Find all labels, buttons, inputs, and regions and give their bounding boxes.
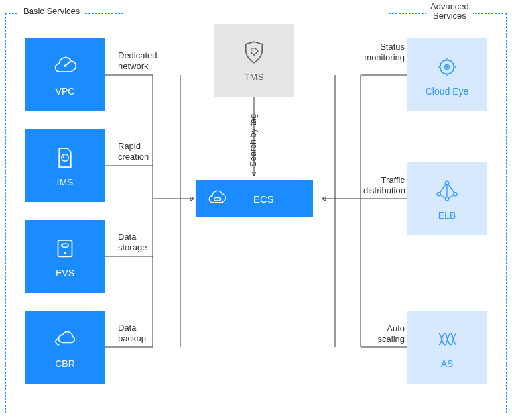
diagram-canvas: Basic Services AdvancedServices VPC Dedi… [0,0,512,420]
elb-card: ELB [407,162,487,235]
ims-label: IMS [57,177,74,187]
elb-label: ELB [438,210,456,221]
svg-point-36 [437,193,440,196]
cloud-network-icon [51,53,79,81]
evs-card: EVS [25,220,105,293]
cbr-edge-label: Databackup [118,323,146,344]
as-card: AS [407,311,487,384]
as-edge-label: Autoscaling [363,323,405,345]
tag-shield-icon [240,38,268,66]
cloudeye-card: Cloud Eye [407,38,487,111]
autoscaling-icon [433,325,461,353]
as-label: AS [441,358,454,369]
svg-rect-18 [58,240,72,257]
svg-point-22 [219,199,220,199]
tms-label: TMS [244,72,264,82]
ecs-node: ECS [196,180,313,217]
svg-point-20 [252,49,253,50]
vpc-label: VPC [56,86,75,97]
svg-point-38 [445,197,448,201]
load-balancer-icon [433,177,461,205]
ims-card: IMS [25,129,105,202]
svg-point-35 [445,181,448,184]
cloud-server-icon [206,187,228,210]
vpc-card: VPC [25,38,105,111]
svg-point-19 [64,252,66,254]
cbr-label: CBR [55,358,75,369]
image-file-icon [51,144,79,172]
evs-label: EVS [56,268,74,278]
advanced-services-title: AdvancedServices [426,2,473,21]
vpc-edge-label: Dedicatednetwork [118,50,157,72]
tms-card: TMS [214,24,294,97]
elb-edge-label: Trafficdistribution [363,175,405,197]
svg-point-25 [446,66,448,68]
ecs-label: ECS [253,193,274,205]
evs-edge-label: Datastorage [118,232,147,254]
cloudeye-label: Cloud Eye [426,86,469,97]
svg-point-17 [64,65,66,68]
tms-edge-label: Search by tag [248,114,258,167]
disk-icon [51,235,79,262]
cloudeye-edge-label: Statusmonitoring [363,42,405,64]
cloud-backup-icon [51,325,79,353]
basic-services-title: Basic Services [19,6,84,16]
eye-icon [433,53,461,81]
ims-edge-label: Rapidcreation [118,141,149,163]
svg-point-37 [454,193,457,196]
cbr-card: CBR [25,311,105,384]
